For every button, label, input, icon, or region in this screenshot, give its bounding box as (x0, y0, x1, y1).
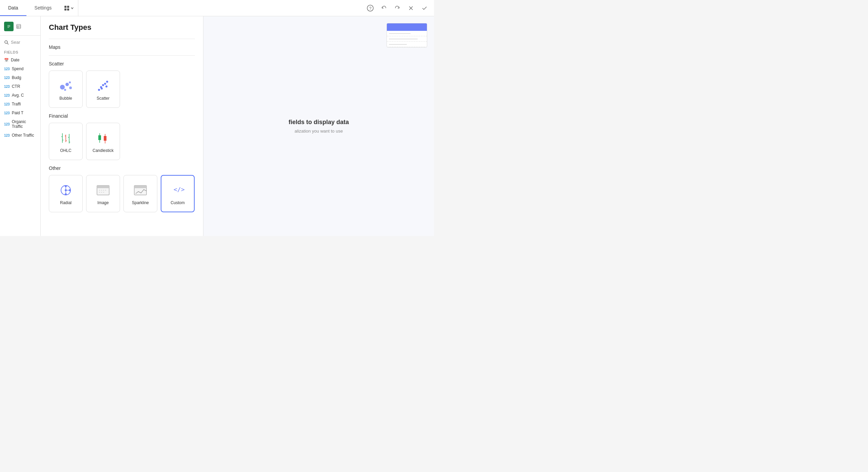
preview-row-2 (387, 36, 427, 42)
field-name-organic: Organic Traffic (12, 119, 36, 129)
radial-label: Radial (60, 200, 72, 205)
svg-rect-1 (67, 6, 69, 8)
field-name-paid: Paid T (12, 111, 23, 115)
tabs-area: Data Settings (0, 0, 361, 16)
svg-point-25 (106, 81, 108, 83)
search-icon (4, 40, 9, 45)
sparkline-chart-icon (132, 182, 149, 198)
sparkline-label: Sparkline (132, 200, 149, 205)
section-label-other: Other (49, 165, 195, 171)
sidebar-field-date[interactable]: 📅 Date (0, 56, 40, 64)
field-type-other: 123 (4, 134, 10, 137)
field-name-spend: Spend (12, 66, 24, 71)
field-name-traffi: Traffi (12, 102, 21, 106)
tab-data[interactable]: Data (0, 0, 26, 16)
field-name-other: Other Traffic (12, 133, 34, 138)
chart-card-image[interactable]: Image (86, 175, 120, 212)
svg-rect-2 (64, 8, 66, 11)
check-button[interactable] (419, 3, 430, 14)
divider-maps (49, 39, 195, 39)
field-type-budg: 123 (4, 76, 10, 80)
svg-rect-10 (17, 24, 21, 28)
panel-title: Chart Types (49, 23, 195, 32)
sidebar-field-budg[interactable]: 123 Budg (0, 73, 40, 82)
field-type-ctr: 123 (4, 85, 10, 88)
sidebar-field-avg[interactable]: 123 Avg. C (0, 91, 40, 100)
scatter-label: Scatter (97, 96, 110, 101)
svg-rect-52 (97, 185, 109, 188)
empty-title: fields to display data (289, 119, 349, 126)
field-name-avg: Avg. C (12, 93, 24, 98)
app-logo (4, 22, 14, 31)
svg-point-16 (60, 85, 65, 90)
empty-sub: alization you want to use (289, 129, 349, 134)
undo-button[interactable] (378, 3, 389, 14)
svg-point-19 (64, 89, 66, 91)
financial-chart-grid: OHLC Candlestick (49, 123, 195, 160)
candlestick-label: Candlestick (93, 148, 114, 153)
field-name-date: Date (11, 58, 19, 62)
section-label-financial: Financial (49, 113, 195, 119)
scatter-chart-grid: Bubble Scatter (49, 71, 195, 108)
right-panel: fields to display data alization you wan… (203, 16, 434, 236)
svg-point-18 (69, 86, 72, 89)
svg-point-26 (101, 87, 103, 90)
image-label: Image (97, 200, 108, 205)
sidebar-field-paid[interactable]: 123 Paid T (0, 109, 40, 117)
field-type-avg: 123 (4, 94, 10, 97)
svg-line-15 (7, 43, 8, 44)
field-type-traffi: 123 (4, 102, 10, 106)
field-name-budg: Budg (12, 75, 21, 80)
fields-title: Fields (0, 47, 40, 56)
chart-card-bubble[interactable]: Bubble (49, 71, 83, 108)
svg-text:?: ? (369, 6, 372, 11)
divider-after-maps (49, 55, 195, 56)
svg-rect-41 (104, 136, 106, 141)
chart-card-scatter[interactable]: Scatter (86, 71, 120, 108)
tab-settings[interactable]: Settings (26, 0, 60, 16)
sidebar-divider-1 (0, 35, 40, 36)
help-button[interactable]: ? (365, 3, 376, 14)
chart-card-radial[interactable]: Radial (49, 175, 83, 212)
field-name-ctr: CTR (12, 84, 20, 89)
sidebar-field-spend[interactable]: 123 Spend (0, 64, 40, 73)
sidebar-field-traffi[interactable]: 123 Traffi (0, 100, 40, 109)
chart-card-custom[interactable]: </> Custom (161, 175, 195, 212)
section-label-maps: Maps (49, 44, 195, 50)
svg-point-21 (98, 89, 100, 91)
chart-card-candlestick[interactable]: Candlestick (86, 123, 120, 160)
radial-chart-icon (58, 182, 74, 198)
field-type-date: 📅 (4, 58, 9, 62)
svg-point-27 (105, 85, 107, 87)
custom-label: Custom (171, 200, 184, 205)
svg-rect-0 (64, 6, 66, 8)
field-type-organic: 123 (4, 122, 10, 126)
search-area[interactable]: Sear (0, 37, 40, 47)
svg-rect-3 (67, 8, 69, 11)
sidebar-field-other[interactable]: 123 Other Traffic (0, 131, 40, 140)
toolbar-right: ? (361, 3, 434, 14)
chart-card-sparkline[interactable]: Sparkline (123, 175, 157, 212)
bubble-label: Bubble (59, 96, 72, 101)
sidebar-field-organic[interactable]: 123 Organic Traffic (0, 117, 40, 131)
svg-rect-56 (134, 185, 146, 188)
ohlc-label: OHLC (60, 148, 71, 153)
candlestick-chart-icon (95, 130, 111, 146)
search-label: Sear (11, 40, 20, 45)
field-type-spend: 123 (4, 67, 10, 71)
svg-point-20 (69, 81, 71, 83)
top-bar: Data Settings ? (0, 0, 434, 16)
custom-chart-icon: </> (170, 182, 186, 198)
sidebar-field-ctr[interactable]: 123 CTR (0, 82, 40, 91)
svg-point-23 (102, 84, 104, 86)
section-label-scatter: Scatter (49, 61, 195, 66)
chart-card-ohlc[interactable]: OHLC (49, 123, 83, 160)
redo-button[interactable] (392, 3, 403, 14)
close-button[interactable] (406, 3, 416, 14)
toolbar-grid-icon[interactable] (60, 0, 78, 16)
svg-text:</>: </> (174, 186, 185, 193)
ohlc-chart-icon (58, 130, 74, 146)
scatter-chart-icon (95, 78, 111, 94)
other-chart-grid: Radial Image (49, 175, 195, 212)
svg-rect-38 (98, 135, 101, 140)
